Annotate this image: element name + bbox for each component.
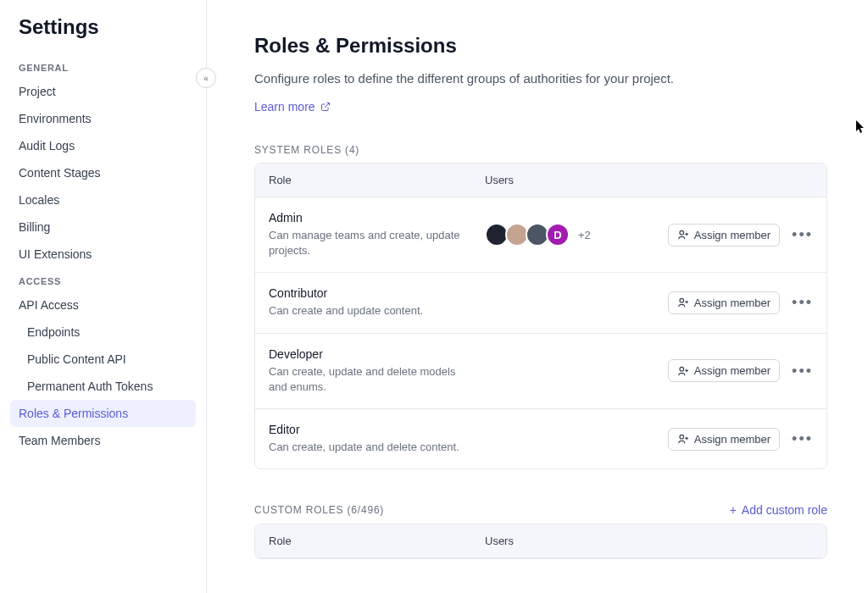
col-role: Role <box>269 535 485 547</box>
settings-sidebar: Settings GENERAL Project Environments Au… <box>0 0 207 593</box>
col-users: Users <box>485 535 813 547</box>
role-desc: Can manage teams and create, update proj… <box>269 228 471 258</box>
table-header: Role Users <box>255 524 826 558</box>
sidebar-section-access: ACCESS <box>10 268 196 291</box>
user-plus-icon <box>677 433 689 445</box>
role-desc: Can create, update and delete models and… <box>269 364 471 395</box>
assign-member-button[interactable]: Assign member <box>668 359 780 382</box>
chevron-left-icon: « <box>203 74 209 83</box>
system-roles-table: Role Users Admin Can manage teams and cr… <box>254 163 827 469</box>
svg-point-10 <box>680 435 684 439</box>
col-users: Users <box>485 174 813 186</box>
role-name: Admin <box>269 211 471 224</box>
nav-locales[interactable]: Locales <box>10 186 196 213</box>
svg-point-4 <box>680 299 684 303</box>
svg-point-7 <box>680 367 684 371</box>
nav-endpoints[interactable]: Endpoints <box>10 319 196 346</box>
custom-roles-header: CUSTOM ROLES (6/496) <box>254 504 384 516</box>
sidebar-collapse-button[interactable]: « <box>196 68 216 88</box>
avatar: D <box>546 223 570 247</box>
nav-environments[interactable]: Environments <box>10 105 196 132</box>
role-desc: Can create, update and delete content. <box>269 440 471 455</box>
nav-api-access[interactable]: API Access <box>10 291 196 319</box>
assign-member-button[interactable]: Assign member <box>668 291 780 314</box>
avatar-overflow: +2 <box>578 229 591 241</box>
role-name: Editor <box>269 423 471 436</box>
nav-team-members[interactable]: Team Members <box>10 427 196 454</box>
row-menu-button[interactable]: ••• <box>792 363 813 379</box>
role-name: Contributor <box>269 286 471 300</box>
nav-roles-permissions[interactable]: Roles & Permissions <box>10 400 196 427</box>
learn-more-text: Learn more <box>254 100 315 114</box>
nav-project[interactable]: Project <box>10 78 196 105</box>
nav-content-stages[interactable]: Content Stages <box>10 159 196 186</box>
user-plus-icon <box>677 365 689 377</box>
col-role: Role <box>269 174 485 186</box>
users-cell: D +2 <box>485 223 668 247</box>
external-link-icon <box>320 102 331 112</box>
main-content: Roles & Permissions Configure roles to d… <box>207 0 868 593</box>
nav-public-content-api[interactable]: Public Content API <box>10 346 196 373</box>
row-menu-button[interactable]: ••• <box>792 431 813 446</box>
role-name: Developer <box>269 347 471 361</box>
nav-permanent-auth-tokens[interactable]: Permanent Auth Tokens <box>10 373 196 400</box>
custom-roles-table: Role Users <box>254 524 827 559</box>
learn-more-link[interactable]: Learn more <box>254 100 331 114</box>
row-menu-button[interactable]: ••• <box>792 227 813 242</box>
add-custom-role-button[interactable]: + Add custom role <box>730 503 827 517</box>
assign-member-button[interactable]: Assign member <box>668 428 780 451</box>
page-description: Configure roles to define the different … <box>254 71 827 86</box>
page-title: Roles & Permissions <box>254 34 827 58</box>
sidebar-title: Settings <box>10 15 196 54</box>
user-plus-icon <box>677 296 689 308</box>
nav-billing[interactable]: Billing <box>10 213 196 241</box>
table-header: Role Users <box>255 163 826 197</box>
sidebar-section-general: GENERAL <box>10 54 196 78</box>
row-menu-button[interactable]: ••• <box>792 295 813 310</box>
role-desc: Can create and update content. <box>269 303 471 319</box>
role-row-editor: Editor Can create, update and delete con… <box>255 409 826 468</box>
svg-point-1 <box>680 231 684 236</box>
system-roles-header: SYSTEM ROLES (4) <box>254 144 359 156</box>
assign-member-button[interactable]: Assign member <box>668 224 780 247</box>
plus-icon: + <box>730 503 737 517</box>
user-plus-icon <box>677 229 689 241</box>
svg-line-0 <box>325 103 330 108</box>
nav-audit-logs[interactable]: Audit Logs <box>10 132 196 159</box>
role-row-admin: Admin Can manage teams and create, updat… <box>255 197 826 273</box>
role-row-contributor: Contributor Can create and update conten… <box>255 273 826 333</box>
nav-ui-extensions[interactable]: UI Extensions <box>10 241 196 268</box>
role-row-developer: Developer Can create, update and delete … <box>255 334 826 409</box>
